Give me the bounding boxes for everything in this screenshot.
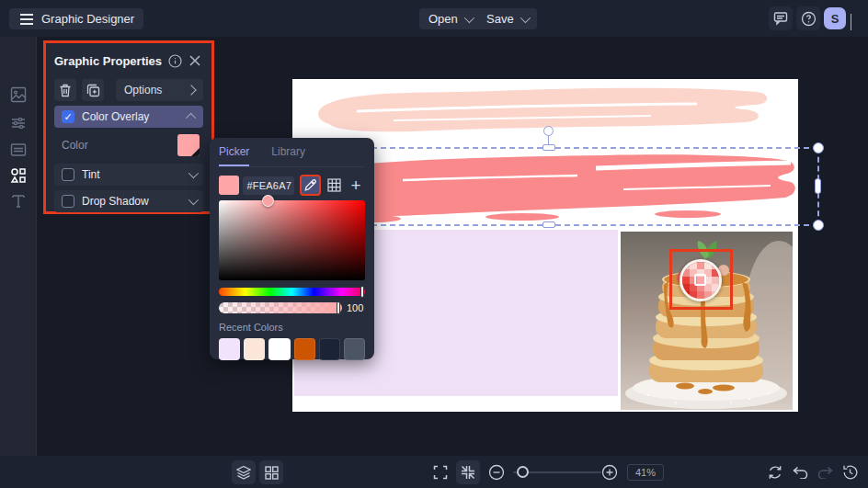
hue-slider-handle[interactable]: [360, 286, 364, 298]
chevron-down-icon: [851, 14, 851, 30]
minus-circle-icon: [488, 464, 505, 481]
tab-library[interactable]: Library: [271, 145, 305, 166]
edit-sliders-icon: [10, 115, 27, 131]
avatar[interactable]: S: [824, 7, 846, 29]
tint-section[interactable]: Tint: [54, 164, 203, 186]
main-menu-button[interactable]: Graphic Designer: [9, 8, 143, 29]
templates-icon: [10, 142, 27, 158]
recent-color-swatch[interactable]: [319, 338, 340, 360]
hamburger-menu-icon: [18, 11, 35, 28]
selection-handle-bottom-center[interactable]: [542, 221, 555, 228]
redo-icon: [817, 466, 833, 479]
panel-title: Graphic Properties: [54, 54, 166, 68]
open-button[interactable]: Open: [419, 8, 481, 29]
opacity-value: 100: [347, 302, 363, 313]
peach-brush-stroke: [318, 88, 767, 132]
help-button[interactable]: [796, 6, 820, 30]
drop-shadow-label: Drop Shadow: [82, 195, 181, 208]
bottom-toolbar: 41%: [0, 456, 868, 488]
zoom-out-button[interactable]: [485, 460, 508, 484]
account-menu-button[interactable]: [851, 14, 851, 30]
recent-color-swatch[interactable]: [244, 338, 265, 360]
hue-slider[interactable]: [219, 288, 365, 296]
recent-color-swatch[interactable]: [344, 338, 365, 360]
opacity-slider[interactable]: [219, 302, 342, 313]
delete-graphic-button[interactable]: [54, 79, 76, 101]
add-color-button[interactable]: +: [347, 176, 365, 196]
tint-checkbox[interactable]: [62, 168, 74, 181]
top-bar: Graphic Designer Open Save S: [0, 0, 868, 37]
zoom-in-button[interactable]: [598, 460, 622, 484]
layers-button[interactable]: [232, 460, 256, 484]
zoom-slider-handle[interactable]: [517, 466, 529, 478]
chevron-down-icon: [520, 12, 530, 22]
sidebar-item-text[interactable]: [7, 190, 29, 212]
chevron-down-icon: [188, 168, 199, 178]
chevron-down-icon: [464, 12, 474, 22]
selection-handle-right-middle[interactable]: [815, 178, 821, 194]
grid-2x2-icon: [265, 466, 279, 480]
question-mark-icon: [801, 11, 817, 27]
info-icon: [168, 54, 182, 68]
chevron-right-icon: [186, 85, 196, 95]
rotation-handle[interactable]: [543, 126, 554, 136]
recent-color-swatch[interactable]: [294, 338, 315, 360]
image-icon: [10, 86, 27, 103]
fit-to-screen-button[interactable]: [456, 460, 480, 484]
color-overlay-label: Color Overlay: [82, 110, 181, 123]
color-overlay-swatch[interactable]: [177, 134, 200, 156]
chevron-up-icon: [186, 113, 196, 123]
fit-screen-icon: [461, 465, 475, 480]
tab-picker[interactable]: Picker: [219, 145, 249, 166]
text-icon: [11, 194, 26, 209]
duplicate-graphic-button[interactable]: [82, 79, 104, 101]
feedback-button[interactable]: [769, 6, 793, 30]
sidebar-item-graphics[interactable]: [7, 165, 29, 187]
saturation-brightness-field[interactable]: [219, 200, 365, 280]
selection-handle-top-right[interactable]: [813, 142, 824, 153]
fullscreen-icon: [433, 465, 448, 480]
selection-handle-bottom-right[interactable]: [813, 220, 824, 231]
close-icon: [189, 55, 200, 66]
color-overlay-section[interactable]: ✓ Color Overlay: [54, 106, 203, 128]
drop-shadow-checkbox[interactable]: [62, 195, 74, 208]
recent-color-swatch[interactable]: [268, 338, 290, 360]
sidebar-item-edit[interactable]: [7, 112, 29, 134]
layers-icon: [236, 465, 251, 480]
zoom-level-value[interactable]: 41%: [627, 464, 664, 481]
redo-button[interactable]: [813, 460, 837, 484]
info-button[interactable]: [166, 52, 183, 69]
pages-button[interactable]: [259, 460, 283, 484]
drop-shadow-section[interactable]: Drop Shadow: [54, 190, 203, 212]
chevron-down-icon: [188, 195, 199, 205]
eyedropper-button[interactable]: [300, 175, 322, 196]
undo-icon: [793, 466, 808, 479]
save-button[interactable]: Save: [477, 8, 537, 29]
tint-label: Tint: [82, 168, 181, 181]
color-picker-popup: Picker Library #FEA6A7 + 100 Recent Colo…: [210, 138, 374, 359]
color-grid-button[interactable]: [325, 176, 343, 196]
fullscreen-button[interactable]: [428, 460, 452, 484]
selection-handle-top-center[interactable]: [542, 144, 555, 151]
reset-button[interactable]: [763, 460, 787, 484]
options-label: Options: [124, 84, 188, 96]
duplicate-icon: [86, 84, 100, 97]
sidebar-item-image[interactable]: [7, 84, 29, 106]
color-label: Color: [62, 139, 177, 152]
open-button-label: Open: [428, 12, 458, 26]
sidebar-item-templates[interactable]: [7, 139, 29, 161]
eyedropper-target-square: [694, 274, 706, 286]
close-panel-button[interactable]: [187, 52, 203, 69]
recent-color-swatch[interactable]: [219, 338, 240, 360]
picker-tabs: Picker Library: [219, 145, 365, 167]
plus-circle-icon: [601, 464, 618, 481]
eyedropper-icon: [304, 179, 316, 191]
color-overlay-checkbox[interactable]: ✓: [62, 110, 74, 123]
app-title: Graphic Designer: [41, 12, 134, 26]
history-button[interactable]: [838, 460, 862, 484]
undo-button[interactable]: [788, 460, 812, 484]
color-field-cursor[interactable]: [262, 195, 274, 207]
options-dropdown[interactable]: Options: [116, 79, 203, 101]
opacity-slider-handle[interactable]: [337, 301, 340, 314]
hex-color-input[interactable]: #FEA6A7: [243, 176, 294, 195]
